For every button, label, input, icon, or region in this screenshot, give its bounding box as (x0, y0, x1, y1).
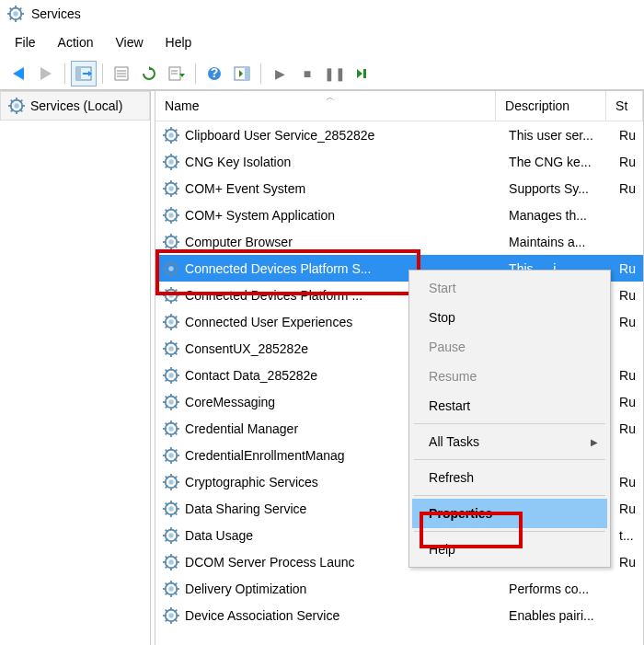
cell-status: Ru (619, 181, 636, 196)
cell-status: t... (619, 528, 636, 543)
menu-action[interactable]: Action (49, 31, 103, 53)
gear-icon (163, 394, 179, 410)
ctx-separator (414, 495, 605, 496)
table-row[interactable]: CNG Key IsolationThe CNG ke...Ru (155, 148, 643, 175)
cell-name: COM+ System Application (185, 208, 509, 223)
svg-text:?: ? (211, 66, 219, 80)
ctx-separator (414, 459, 605, 460)
table-row[interactable]: Device Association ServiceEnables pairi.… (155, 602, 643, 628)
titlebar: Services (0, 0, 644, 28)
menu-help[interactable]: Help (156, 31, 201, 53)
help-button[interactable]: ? (201, 61, 227, 86)
cell-desc: Enables pairi... (509, 608, 619, 623)
gear-icon (163, 420, 179, 437)
table-row[interactable]: COM+ Event SystemSupports Sy...Ru (155, 175, 643, 202)
list-header: ︿ Name Description St (155, 91, 643, 121)
menu-file[interactable]: File (6, 31, 45, 53)
cell-status: Ru (619, 315, 636, 329)
properties-button[interactable] (109, 61, 134, 86)
gear-icon (163, 474, 179, 490)
cell-name: Clipboard User Service_285282e (185, 128, 509, 143)
ctx-stop[interactable]: Stop (412, 303, 607, 332)
window-title: Services (31, 6, 81, 21)
cell-desc: Performs co... (509, 582, 619, 596)
ctx-all-tasks[interactable]: All Tasks ▶ (412, 427, 607, 456)
pause-service-button[interactable]: ❚❚ (322, 61, 348, 86)
cell-name: Device Association Service (185, 608, 509, 623)
cell-name: Computer Browser (185, 235, 509, 249)
cell-status: Ru (619, 128, 636, 143)
gear-icon (163, 314, 179, 330)
nav-back-button[interactable] (6, 61, 31, 86)
table-row[interactable]: Clipboard User Service_285282eThis user … (155, 121, 643, 148)
ctx-restart[interactable]: Restart (412, 391, 607, 420)
cell-status: Ru (619, 155, 636, 169)
cell-status: Ru (619, 288, 636, 303)
cell-desc: Supports Sy... (509, 181, 619, 196)
toolbar-separator (260, 63, 261, 84)
cell-status: Ru (619, 475, 636, 490)
toolbar-separator (195, 63, 196, 84)
cell-status: Ru (619, 368, 636, 383)
refresh-button[interactable] (136, 61, 162, 86)
ctx-refresh[interactable]: Refresh (412, 463, 607, 492)
stop-service-button[interactable]: ■ (294, 61, 320, 86)
ctx-separator (414, 423, 605, 424)
sort-indicator-icon: ︿ (326, 91, 335, 104)
column-description[interactable]: Description (496, 91, 606, 121)
ctx-separator (414, 531, 605, 532)
sidebar-item-label: Services (Local) (30, 98, 122, 113)
cell-desc: Manages th... (509, 208, 619, 223)
sidebar-item-services-local[interactable]: Services (Local) (0, 91, 150, 121)
restart-service-button[interactable] (350, 61, 375, 86)
toolbar-separator (102, 63, 103, 84)
start-service-button[interactable]: ▶ (267, 61, 293, 86)
cell-name: COM+ Event System (185, 181, 509, 196)
gear-icon (8, 98, 25, 114)
cell-status: Ru (619, 261, 636, 276)
svg-rect-26 (245, 67, 249, 80)
sidebar: Services (Local) (0, 91, 151, 645)
gear-icon (163, 154, 179, 170)
gear-icon (163, 234, 179, 250)
svg-marker-28 (357, 69, 362, 78)
main-area: Services (Local) ︿ Name Description St C… (0, 90, 644, 645)
menubar: File Action View Help (0, 28, 644, 57)
toolbar-separator (64, 63, 65, 84)
column-status[interactable]: St (606, 91, 643, 121)
gear-icon (163, 260, 179, 277)
toolbar: ? ▶ ■ ❚❚ (0, 57, 644, 90)
cell-name: Delivery Optimization (185, 582, 509, 596)
gear-icon (163, 501, 179, 517)
gear-icon (163, 340, 179, 357)
svg-marker-27 (239, 70, 243, 77)
app-icon (7, 6, 24, 22)
table-row[interactable]: Computer BrowserMaintains a... (155, 228, 643, 255)
gear-icon (163, 581, 179, 597)
cell-desc: This user ser... (509, 128, 619, 143)
cell-status: Ru (619, 555, 636, 570)
cell-desc: Maintains a... (509, 235, 619, 249)
gear-icon (163, 287, 179, 304)
context-menu: Start Stop Pause Resume Restart All Task… (408, 270, 611, 568)
gear-icon (163, 127, 179, 144)
gear-icon (163, 180, 179, 197)
ctx-help[interactable]: Help (412, 535, 607, 564)
cell-name: CNG Key Isolation (185, 155, 509, 169)
ctx-properties[interactable]: Properties (412, 499, 607, 528)
gear-icon (163, 527, 179, 544)
gear-icon (163, 554, 179, 570)
submenu-arrow-icon: ▶ (591, 437, 598, 447)
table-row[interactable]: Delivery OptimizationPerforms co... (155, 575, 643, 602)
menu-view[interactable]: View (106, 31, 152, 53)
column-name[interactable]: ︿ Name (155, 91, 496, 121)
svg-rect-29 (363, 69, 366, 78)
action-pane-button[interactable] (229, 61, 255, 86)
cell-desc: The CNG ke... (509, 155, 619, 169)
cell-status: Ru (619, 501, 636, 516)
export-list-button[interactable] (164, 61, 190, 86)
table-row[interactable]: COM+ System ApplicationManages th... (155, 202, 643, 228)
ctx-start: Start (412, 273, 607, 303)
show-hide-tree-button[interactable] (71, 61, 97, 86)
cell-status: Ru (619, 395, 636, 409)
